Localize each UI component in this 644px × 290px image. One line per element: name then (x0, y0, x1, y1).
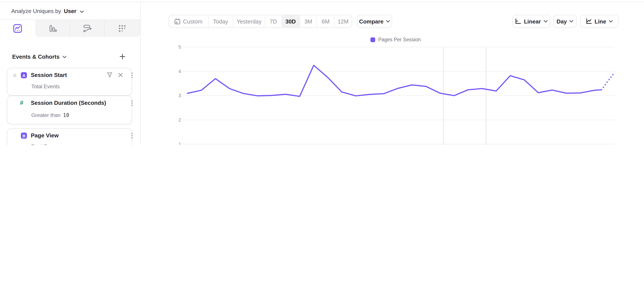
kebab-menu-icon[interactable] (130, 133, 134, 139)
y-axis-label: 1 (178, 142, 181, 145)
y-axis-label: 3 (178, 93, 181, 98)
range-yesterday[interactable]: Yesterday (233, 15, 265, 27)
filter-icon[interactable] (107, 72, 112, 78)
property-card-session-duration[interactable]: # Session Duration (Seconds) Greater tha… (7, 96, 132, 124)
range-today[interactable]: Today (208, 15, 233, 27)
event-measurement[interactable]: Total Events (31, 143, 60, 145)
analyze-header: Analyze Uniques by User (0, 2, 140, 20)
range-12m[interactable]: 12M (334, 15, 352, 27)
scale-dropdown[interactable]: Linear (512, 15, 550, 28)
date-range-group: Custom Today Yesterday 7D 30D 3M 6M 12M (168, 15, 352, 28)
range-30d-selected[interactable]: 30D (282, 15, 300, 27)
y-axis-label: 4 (178, 69, 181, 74)
property-name[interactable]: Session Duration (Seconds) (31, 100, 106, 106)
tab-insights-selected[interactable] (0, 20, 35, 37)
number-property-icon: # (20, 99, 24, 106)
range-3m[interactable]: 3M (300, 15, 317, 27)
line-chart[interactable]: 012345Jun 22Jun 24Jun 26Jun 28Jun 30Jul … (140, 35, 644, 145)
chevron-down-icon (609, 20, 613, 23)
granularity-dropdown[interactable]: Day (553, 15, 577, 28)
line-chart-icon (586, 18, 592, 24)
range-custom[interactable]: Custom (169, 15, 208, 27)
chart-type-dropdown[interactable]: Line (580, 15, 618, 28)
analyze-by-dropdown[interactable]: User (64, 8, 84, 14)
chevron-down-icon (80, 11, 84, 13)
range-6m[interactable]: 6M (317, 15, 334, 27)
compare-dropdown[interactable]: Compare (357, 15, 392, 28)
calendar-icon (174, 18, 181, 25)
tab-bar-chart[interactable] (35, 20, 70, 37)
drag-handle-icon[interactable] (13, 74, 16, 77)
chevron-down-icon (570, 20, 574, 23)
event-letter-badge: B (21, 133, 27, 139)
event-name[interactable]: Session Start (31, 72, 67, 78)
chevron-down-icon (62, 56, 66, 58)
property-value[interactable]: 10 (63, 112, 69, 118)
chevron-down-icon (544, 20, 548, 23)
y-axis-label: 5 (178, 44, 181, 50)
event-name[interactable]: Page View (31, 132, 58, 139)
tab-retention[interactable] (105, 20, 140, 37)
event-measurement[interactable]: Total Events (31, 84, 60, 90)
chart-type-tabs (0, 20, 140, 37)
sidebar: Analyze Uniques by User (0, 2, 141, 145)
close-icon[interactable] (118, 73, 123, 77)
events-cohorts-heading[interactable]: Events & Cohorts (12, 54, 66, 60)
chevron-down-icon (386, 20, 390, 23)
event-letter-badge: A (21, 72, 27, 78)
retention-grid-tab-icon (118, 24, 126, 33)
series-line-projected (602, 73, 614, 90)
y-axis-label: 2 (178, 117, 181, 123)
property-operator[interactable]: Greater than (31, 112, 60, 118)
add-event-button[interactable] (120, 54, 126, 60)
tab-flows[interactable] (70, 20, 105, 37)
series-line[interactable] (188, 65, 602, 96)
event-card-page-view[interactable]: B Page View Total Events (7, 128, 132, 145)
flows-tab-icon (82, 24, 92, 33)
linear-axis-icon (515, 18, 521, 24)
range-7d[interactable]: 7D (265, 15, 282, 27)
line-chart-tab-icon (13, 24, 22, 33)
analyze-uniques-label: Analyze Uniques by (11, 8, 61, 14)
kebab-menu-icon[interactable] (130, 100, 134, 106)
event-card-session-start[interactable]: A Session Start Total Events (7, 68, 132, 96)
insights-report-page: Analyze Uniques by User (0, 0, 644, 145)
bar-chart-tab-icon (48, 24, 57, 33)
kebab-menu-icon[interactable] (130, 72, 134, 78)
